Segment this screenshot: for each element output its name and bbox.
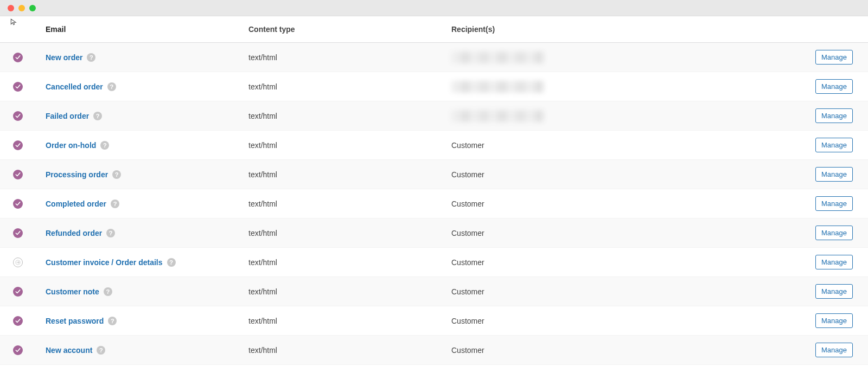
email-name-link[interactable]: Cancelled order [46, 82, 103, 91]
manage-button[interactable]: Manage [815, 343, 853, 357]
window-minimize-button[interactable] [18, 5, 25, 11]
help-icon[interactable]: ? [93, 112, 102, 120]
table-row: Failed order?text/htmlManage [0, 101, 868, 131]
recipient-cell: Customer [451, 346, 804, 355]
help-icon[interactable]: ? [107, 82, 116, 91]
email-name-link[interactable]: Refunded order [46, 229, 102, 237]
status-cell [13, 228, 46, 238]
manage-button[interactable]: Manage [815, 196, 853, 211]
help-icon[interactable]: ? [167, 258, 176, 267]
table-row: New order?text/htmlManage [0, 43, 868, 72]
content-type-cell: text/html [248, 287, 451, 296]
recipient-cell: Customer [451, 258, 804, 267]
status-enabled-icon[interactable] [13, 82, 23, 92]
email-cell: Failed order? [46, 112, 248, 120]
status-enabled-icon[interactable] [13, 316, 23, 326]
status-enabled-icon[interactable] [13, 170, 23, 179]
help-icon[interactable]: ? [108, 317, 117, 325]
content-type-cell: text/html [248, 229, 451, 237]
recipient-cell: Customer [451, 170, 804, 179]
action-cell: Manage [804, 50, 853, 65]
email-cell: New order? [46, 53, 248, 62]
status-cell [13, 53, 46, 62]
action-cell: Manage [804, 167, 853, 182]
status-enabled-icon[interactable] [13, 53, 23, 62]
action-cell: Manage [804, 226, 853, 240]
email-cell: Cancelled order? [46, 82, 248, 91]
window-titlebar [0, 0, 868, 16]
recipient-cell: Customer [451, 141, 804, 150]
table-row: Cancelled order?text/htmlManage [0, 72, 868, 101]
email-name-link[interactable]: New account [46, 346, 92, 355]
manage-button[interactable]: Manage [815, 79, 853, 94]
manage-button[interactable]: Manage [815, 226, 853, 240]
action-cell: Manage [804, 138, 853, 152]
action-cell: Manage [804, 343, 853, 357]
email-name-link[interactable]: Reset password [46, 317, 104, 325]
email-cell: Order on-hold? [46, 141, 248, 150]
manage-button[interactable]: Manage [815, 138, 853, 152]
content-type-cell: text/html [248, 346, 451, 355]
action-cell: Manage [804, 255, 853, 269]
email-name-link[interactable]: Customer note [46, 287, 99, 296]
content-type-cell: text/html [248, 53, 451, 62]
email-name-link[interactable]: Failed order [46, 112, 89, 120]
help-icon[interactable]: ? [97, 346, 105, 355]
table-row: Completed order?text/htmlCustomerManage [0, 189, 868, 218]
email-name-link[interactable]: Processing order [46, 170, 108, 179]
action-cell: Manage [804, 196, 853, 211]
manage-button[interactable]: Manage [815, 284, 853, 299]
status-cell [13, 111, 46, 121]
content-type-cell: text/html [248, 258, 451, 267]
email-name-link[interactable]: Customer invoice / Order details [46, 258, 163, 267]
status-manual-icon[interactable] [13, 258, 23, 267]
status-enabled-icon[interactable] [13, 111, 23, 121]
status-cell [13, 82, 46, 92]
content-type-cell: text/html [248, 170, 451, 179]
table-row: Reset password?text/htmlCustomerManage [0, 306, 868, 336]
status-enabled-icon[interactable] [13, 345, 23, 355]
email-name-link[interactable]: Completed order [46, 200, 106, 208]
email-cell: Refunded order? [46, 229, 248, 237]
table-row: Processing order?text/htmlCustomerManage [0, 160, 868, 189]
recipient-cell: Customer [451, 287, 804, 296]
email-cell: Customer note? [46, 287, 248, 296]
email-cell: Customer invoice / Order details? [46, 258, 248, 267]
email-name-link[interactable]: Order on-hold [46, 141, 96, 150]
header-email: Email [46, 25, 248, 34]
status-enabled-icon[interactable] [13, 199, 23, 209]
redacted-recipient [451, 110, 544, 122]
status-cell [13, 287, 46, 297]
action-cell: Manage [804, 284, 853, 299]
status-cell [13, 316, 46, 326]
help-icon[interactable]: ? [104, 287, 112, 296]
email-cell: Reset password? [46, 317, 248, 325]
help-icon[interactable]: ? [111, 200, 119, 208]
status-enabled-icon[interactable] [13, 287, 23, 297]
content-type-cell: text/html [248, 317, 451, 325]
help-icon[interactable]: ? [100, 141, 109, 150]
status-cell [13, 140, 46, 150]
redacted-recipient [451, 81, 544, 93]
recipient-cell: Customer [451, 200, 804, 208]
recipient-cell: Customer [451, 317, 804, 325]
window-close-button[interactable] [8, 5, 14, 11]
manage-button[interactable]: Manage [815, 313, 853, 328]
manage-button[interactable]: Manage [815, 167, 853, 182]
status-enabled-icon[interactable] [13, 228, 23, 238]
manage-button[interactable]: Manage [815, 108, 853, 123]
action-cell: Manage [804, 313, 853, 328]
email-cell: Completed order? [46, 200, 248, 208]
manage-button[interactable]: Manage [815, 255, 853, 269]
status-enabled-icon[interactable] [13, 140, 23, 150]
redacted-recipient [451, 52, 544, 63]
help-icon[interactable]: ? [112, 170, 121, 179]
window-maximize-button[interactable] [29, 5, 36, 11]
email-cell: Processing order? [46, 170, 248, 179]
recipient-cell [451, 110, 804, 122]
help-icon[interactable]: ? [87, 53, 95, 62]
email-name-link[interactable]: New order [46, 53, 82, 62]
manage-button[interactable]: Manage [815, 50, 853, 65]
help-icon[interactable]: ? [106, 229, 115, 237]
header-recipients: Recipient(s) [451, 25, 804, 34]
